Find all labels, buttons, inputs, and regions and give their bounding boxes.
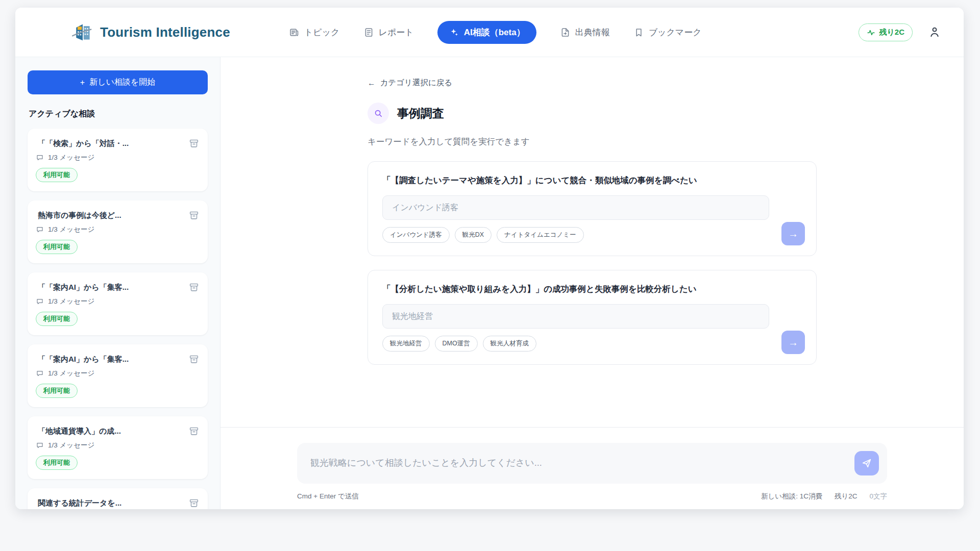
prompt-card: 「【分析したい施策や取り組みを入力】」の成功事例と失敗事例を比較分析したい 観光… [368,270,817,365]
credits-badge[interactable]: 残り2C [859,23,913,41]
nav-sources[interactable]: 出典情報 [560,27,610,38]
prompt-submit-button[interactable]: → [781,331,805,354]
brand-logo[interactable]: Tourism Intelligence [71,22,230,42]
credits-badge-label: 残り2C [879,28,904,37]
send-shortcut-hint: Cmd + Enter で送信 [297,492,359,501]
suggestion-chips: インバウンド誘客 観光DX ナイトタイムエコノミー [382,227,802,243]
chat-bubble-icon [36,297,44,306]
conversation-title: 「「案内AI」から「集客... [36,282,183,293]
conversation-card[interactable]: 関連する統計データを... 1/3 メッセージ [28,488,208,509]
main-nav: トピック AI相談（beta） レポート AI相談（beta） [289,21,702,44]
nav-reports-label: レポート [379,27,414,38]
credits-remaining: 残り2C [835,492,857,501]
source-doc-icon [560,27,571,38]
prompt-card: 「【調査したいテーマや施策を入力】」について競合・類似地域の事例を調べたい イン… [368,161,817,256]
archive-icon[interactable] [188,210,200,221]
prompt-submit-button[interactable]: → [781,222,805,245]
back-arrow-icon: ← [368,79,376,88]
header: Tourism Intelligence トピック AI相談（beta） レポー… [15,8,964,57]
document-icon [363,27,374,38]
archive-icon[interactable] [188,497,200,509]
user-icon [928,26,941,39]
bookmark-icon [633,27,644,38]
prompt-keyword-input[interactable] [382,195,769,220]
archive-icon[interactable] [188,354,200,365]
sparkles-icon [449,27,459,38]
archive-icon[interactable] [188,425,200,437]
conversation-card[interactable]: 「地域通貨導入」の成... 1/3 メッセージ 利用可能 [28,416,208,479]
chat-bubble-icon [36,154,44,162]
nav-topics-label: トピック [304,27,340,38]
prompt-title: 「【分析したい施策や取り組みを入力】」の成功事例と失敗事例を比較分析したい [382,283,802,295]
suggestion-chips: 観光地経営 DMO運営 観光人材育成 [382,336,802,352]
suggestion-chip[interactable]: 観光地経営 [382,336,430,352]
composer-stats: 新しい相談: 1C消費 残り2C 0文字 [761,492,887,501]
category-title: 事例調査 [397,106,444,121]
status-badge: 利用可能 [36,168,78,182]
header-right: 残り2C [859,23,941,41]
search-icon [373,108,383,118]
archive-icon[interactable] [188,282,200,293]
message-count: 1/3 メッセージ [48,225,94,234]
user-menu-button[interactable] [928,26,941,39]
message-count: 1/3 メッセージ [48,441,94,450]
composer-area: Cmd + Enter で送信 新しい相談: 1C消費 残り2C 0文字 [220,412,964,509]
active-consultations-heading: アクティブな相談 [29,109,207,119]
back-to-categories-link[interactable]: ← カテゴリ選択に戻る [368,78,452,88]
nav-sources-label: 出典情報 [575,27,610,38]
main-panel: ← カテゴリ選択に戻る 事例調査 キーワードを入力して質問を実行できます [220,57,964,509]
status-badge: 利用可能 [36,240,78,254]
arrow-right-icon: → [788,337,798,348]
suggestion-chip[interactable]: 観光DX [455,227,492,243]
chat-bubble-icon [36,226,44,234]
nav-bookmarks[interactable]: ブックマーク [633,27,702,38]
consultation-cost: 新しい相談: 1C消費 [761,492,822,501]
send-button[interactable] [854,451,879,475]
app-window: Tourism Intelligence トピック AI相談（beta） レポー… [15,8,964,509]
char-count: 0文字 [869,492,887,501]
suggestion-chip[interactable]: ナイトタイムエコノミー [497,227,583,243]
composer-divider [220,427,964,428]
arrow-right-icon: → [788,228,798,240]
new-consultation-label: 新しい相談を開始 [89,77,155,88]
conversation-title: 「「案内AI」から「集客... [36,354,183,365]
nav-bookmarks-label: ブックマーク [649,27,702,38]
nav-ai-consult[interactable]: AI相談（beta） [437,21,536,44]
category-icon-box [368,103,389,124]
chat-bubble-icon [36,369,44,378]
activity-icon [867,28,875,37]
conversation-card[interactable]: 「「検索」から「対話・... 1/3 メッセージ 利用可能 [28,129,208,191]
suggestion-chip[interactable]: DMO運営 [435,336,478,352]
sidebar: + 新しい相談を開始 アクティブな相談 「「検索」から「対話・... 1/3 メ… [15,57,220,509]
message-count: 1/3 メッセージ [48,153,94,162]
new-consultation-button[interactable]: + 新しい相談を開始 [28,70,208,94]
conversation-card[interactable]: 「「案内AI」から「集客... 1/3 メッセージ 利用可能 [28,344,208,407]
suggestion-chip[interactable]: インバウンド誘客 [382,227,450,243]
paper-plane-icon [861,458,872,469]
brand-name: Tourism Intelligence [100,24,230,40]
prompt-keyword-input[interactable] [382,304,769,329]
plus-icon: + [80,78,85,87]
message-count: 1/3 メッセージ [48,369,94,378]
archive-icon[interactable] [188,138,200,149]
prompt-title: 「【調査したいテーマや施策を入力】」について競合・類似地域の事例を調べたい [382,174,802,186]
message-count: 1/3 メッセージ [48,297,94,306]
conversation-card[interactable]: 「「案内AI」から「集客... 1/3 メッセージ 利用可能 [28,272,208,335]
main-scroll: ← カテゴリ選択に戻る 事例調査 キーワードを入力して質問を実行できます [220,57,964,412]
suggestion-chip[interactable]: 観光人材育成 [483,336,536,352]
app-body: + 新しい相談を開始 アクティブな相談 「「検索」から「対話・... 1/3 メ… [15,57,964,509]
conversation-title: 関連する統計データを... [36,497,183,509]
status-badge: 利用可能 [36,312,78,326]
conversation-card[interactable]: 熱海市の事例は今後ど... 1/3 メッセージ 利用可能 [28,201,208,263]
category-subtitle: キーワードを入力して質問を実行できます [368,136,817,147]
chat-bubble-icon [36,441,44,449]
conversation-title: 「「検索」から「対話・... [36,138,183,149]
conversation-title: 「地域通貨導入」の成... [36,425,183,437]
nav-reports[interactable]: AI相談（beta） レポート [363,27,414,38]
consultation-input[interactable] [297,443,887,484]
status-badge: 利用可能 [36,384,78,398]
nav-topics[interactable]: トピック [289,27,340,38]
nav-ai-consult-label: AI相談（beta） [464,27,525,38]
back-label: カテゴリ選択に戻る [380,78,453,88]
newspaper-icon [289,27,300,38]
